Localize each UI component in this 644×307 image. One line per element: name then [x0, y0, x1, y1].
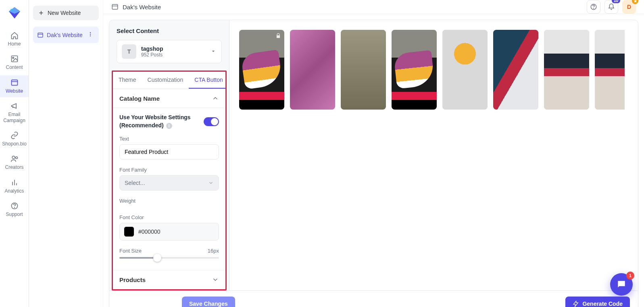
font-family-select[interactable]: Select... — [119, 175, 219, 191]
highlighted-tab-region: Theme Customization CTA Button Catalog N… — [112, 71, 227, 290]
chevron-down-icon — [212, 276, 219, 283]
page-title: Dak's Website — [123, 4, 161, 10]
svg-point-2 — [13, 57, 14, 58]
section-catalog-title: Catalog Name — [119, 95, 160, 102]
nav-email-label: Email Campaign — [0, 112, 29, 123]
section-products[interactable]: Products — [113, 270, 225, 289]
generate-code-button[interactable]: Generate Code — [565, 297, 630, 307]
home-icon — [10, 31, 19, 39]
font-color-input[interactable]: #000000 — [119, 223, 219, 241]
website-item-menu-button[interactable] — [86, 30, 95, 40]
catalog-section-content: Use Your Website Settings (Recommended) … — [113, 108, 225, 270]
svg-rect-3 — [11, 80, 17, 85]
post-thumbnail[interactable] — [239, 30, 284, 110]
text-field-label: Text — [119, 136, 219, 142]
section-products-title: Products — [119, 276, 146, 283]
star-icon: ★ — [632, 0, 638, 4]
image-icon — [10, 55, 19, 63]
help-icon — [590, 3, 597, 10]
window-icon — [37, 32, 44, 38]
avatar-initial: D — [627, 4, 631, 10]
nav-home[interactable]: Home — [0, 28, 29, 50]
new-website-label: New Website — [48, 10, 81, 16]
nav-analytics-label: Analytics — [4, 188, 24, 194]
megaphone-icon — [10, 102, 19, 110]
svg-point-6 — [15, 157, 17, 159]
tab-customization[interactable]: Customization — [142, 72, 189, 89]
svg-point-17 — [90, 34, 91, 35]
nav-content-label: Content — [6, 64, 23, 70]
nav-content[interactable]: Content — [0, 52, 29, 73]
svg-point-0 — [10, 9, 12, 10]
users-icon — [10, 155, 19, 163]
post-thumbnail[interactable] — [595, 30, 625, 110]
select-content-heading: Select Content — [117, 27, 222, 34]
nav-website[interactable]: Website — [0, 75, 29, 97]
bell-icon — [608, 3, 615, 10]
info-icon[interactable]: i — [166, 123, 172, 129]
slider-fill — [119, 257, 157, 259]
main-column: Dak's Website 10 D ★ — [103, 0, 644, 307]
nav-support-label: Support — [6, 212, 23, 217]
section-catalog-name[interactable]: Catalog Name — [113, 89, 225, 108]
dots-vertical-icon — [88, 31, 93, 37]
post-thumbnail[interactable] — [442, 30, 488, 110]
feed-selector[interactable]: T tagshop 952 Posts — [117, 40, 222, 63]
chat-icon — [616, 279, 627, 290]
nav-creators-label: Creators — [5, 164, 23, 170]
nav-support[interactable]: Support — [0, 199, 29, 220]
font-color-value: #000000 — [138, 228, 160, 235]
font-family-placeholder: Select... — [125, 180, 145, 186]
weight-label: Weight — [119, 198, 219, 204]
plus-icon — [38, 10, 44, 16]
window-icon — [111, 3, 119, 10]
nav-creators[interactable]: Creators — [0, 151, 29, 173]
help-button[interactable] — [587, 0, 600, 14]
new-website-button[interactable]: New Website — [33, 6, 99, 20]
use-settings-toggle[interactable] — [204, 117, 219, 126]
chat-badge: 1 — [626, 272, 634, 280]
notifications-button[interactable]: 10 — [604, 0, 618, 14]
notification-badge: 10 — [612, 0, 620, 3]
post-thumbnail[interactable] — [290, 30, 335, 110]
window-icon — [10, 79, 19, 87]
use-settings-label: Use Your Website Settings (Recommended) … — [119, 114, 191, 129]
catalog-text-input[interactable] — [119, 144, 219, 160]
chat-launcher[interactable]: 1 — [610, 273, 633, 296]
tab-theme[interactable]: Theme — [113, 72, 142, 89]
post-thumbnail[interactable] — [493, 30, 538, 110]
panel-tabs: Theme Customization CTA Button — [113, 72, 225, 89]
chevron-up-icon — [212, 95, 219, 102]
settings-panel: Select Content T tagshop 952 Posts — [109, 20, 229, 290]
post-thumbnail[interactable] — [544, 30, 589, 110]
font-size-slider[interactable] — [119, 257, 219, 259]
post-thumbnail[interactable] — [341, 30, 386, 110]
nav-shopon[interactable]: Shopon.bio — [0, 128, 29, 150]
font-size-value: 16px — [208, 248, 219, 254]
feed-post-count: 952 Posts — [141, 52, 163, 58]
website-item-dak[interactable]: Dak's Website — [33, 27, 99, 43]
workspace: Select Content T tagshop 952 Posts — [103, 14, 644, 307]
settings-scroll[interactable]: Catalog Name Use Your Website Settings (… — [113, 89, 225, 289]
font-color-label: Font Color — [119, 214, 219, 220]
user-avatar[interactable]: D ★ — [622, 0, 636, 14]
feed-name: tagshop — [141, 46, 163, 52]
font-family-label: Font Family — [119, 167, 219, 173]
svg-point-5 — [12, 156, 15, 159]
lightning-icon — [573, 301, 579, 307]
nav-website-label: Website — [6, 88, 23, 94]
topbar: Dak's Website 10 D ★ — [103, 0, 644, 14]
svg-point-18 — [90, 35, 91, 36]
help-icon — [10, 202, 19, 210]
slider-thumb[interactable] — [153, 254, 161, 262]
editor-footer: Save Changes Generate Code — [109, 290, 638, 307]
nav-analytics[interactable]: Analytics — [0, 175, 29, 197]
svg-point-22 — [594, 8, 594, 8]
post-thumbnail[interactable] — [392, 30, 437, 110]
svg-point-16 — [90, 32, 91, 33]
chevron-down-icon — [210, 48, 217, 56]
nav-rail: Home Content Website Email Campaign Shop… — [0, 0, 29, 307]
save-button[interactable]: Save Changes — [182, 297, 235, 307]
nav-email[interactable]: Email Campaign — [0, 99, 29, 127]
tab-cta-button[interactable]: CTA Button — [189, 72, 227, 89]
